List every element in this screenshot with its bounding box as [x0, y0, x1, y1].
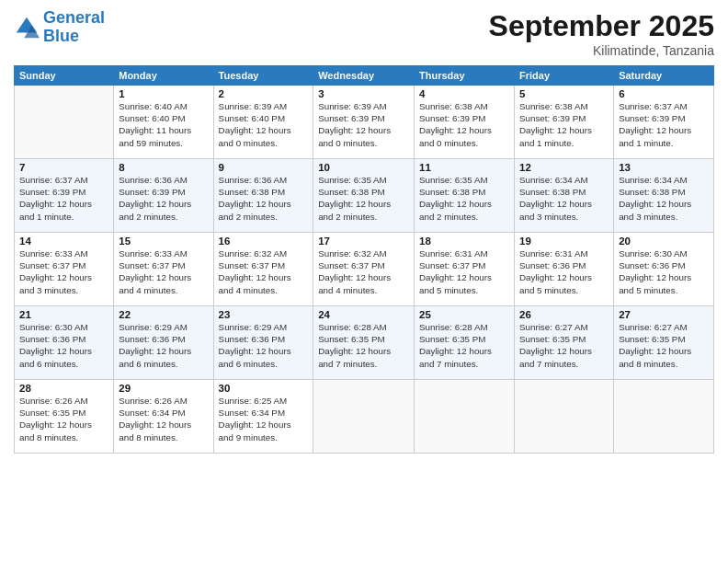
day-number: 21: [19, 309, 108, 320]
calendar-cell: 28Sunrise: 6:26 AM Sunset: 6:35 PM Dayli…: [15, 380, 114, 454]
day-info: Sunrise: 6:32 AM Sunset: 6:37 PM Dayligh…: [318, 247, 409, 296]
calendar-week-row: 7Sunrise: 6:37 AM Sunset: 6:39 PM Daylig…: [15, 159, 714, 233]
day-info: Sunrise: 6:35 AM Sunset: 6:38 PM Dayligh…: [318, 174, 409, 223]
day-info: Sunrise: 6:38 AM Sunset: 6:39 PM Dayligh…: [519, 100, 609, 149]
day-info: Sunrise: 6:25 AM Sunset: 6:34 PM Dayligh…: [219, 395, 309, 443]
day-info: Sunrise: 6:39 AM Sunset: 6:40 PM Dayligh…: [219, 100, 309, 149]
day-number: 22: [119, 309, 208, 320]
weekday-header-wednesday: Wednesday: [313, 66, 415, 86]
day-info: Sunrise: 6:31 AM Sunset: 6:36 PM Dayligh…: [519, 247, 609, 296]
day-number: 19: [519, 236, 609, 247]
day-info: Sunrise: 6:33 AM Sunset: 6:37 PM Dayligh…: [19, 247, 108, 296]
day-info: Sunrise: 6:40 AM Sunset: 6:40 PM Dayligh…: [119, 100, 208, 149]
calendar-cell: 23Sunrise: 6:29 AM Sunset: 6:36 PM Dayli…: [213, 306, 313, 380]
day-number: 7: [19, 162, 108, 173]
calendar-cell: 18Sunrise: 6:31 AM Sunset: 6:37 PM Dayli…: [415, 233, 515, 306]
calendar-week-row: 21Sunrise: 6:30 AM Sunset: 6:36 PM Dayli…: [15, 306, 714, 380]
day-info: Sunrise: 6:31 AM Sunset: 6:37 PM Dayligh…: [419, 247, 509, 296]
weekday-header-monday: Monday: [114, 66, 213, 86]
calendar-cell: 21Sunrise: 6:30 AM Sunset: 6:36 PM Dayli…: [15, 306, 114, 380]
calendar-cell: 5Sunrise: 6:38 AM Sunset: 6:39 PM Daylig…: [515, 86, 614, 159]
day-number: 29: [119, 383, 208, 394]
calendar-cell: 9Sunrise: 6:36 AM Sunset: 6:38 PM Daylig…: [213, 159, 313, 233]
calendar-cell: 27Sunrise: 6:27 AM Sunset: 6:35 PM Dayli…: [614, 306, 714, 380]
day-info: Sunrise: 6:30 AM Sunset: 6:36 PM Dayligh…: [19, 321, 108, 370]
calendar-cell: 16Sunrise: 6:32 AM Sunset: 6:37 PM Dayli…: [213, 233, 313, 306]
weekday-header-thursday: Thursday: [415, 66, 515, 86]
day-number: 28: [19, 383, 108, 394]
weekday-header-saturday: Saturday: [614, 66, 714, 86]
calendar-cell: 2Sunrise: 6:39 AM Sunset: 6:40 PM Daylig…: [213, 86, 313, 159]
day-number: 17: [318, 236, 409, 247]
calendar-cell: 3Sunrise: 6:39 AM Sunset: 6:39 PM Daylig…: [313, 86, 415, 159]
calendar-week-row: 28Sunrise: 6:26 AM Sunset: 6:35 PM Dayli…: [15, 380, 714, 454]
page: General Blue September 2025 Kilimatinde,…: [0, 0, 728, 563]
weekday-header-friday: Friday: [515, 66, 614, 86]
calendar-cell: 24Sunrise: 6:28 AM Sunset: 6:35 PM Dayli…: [313, 306, 415, 380]
calendar-cell: 12Sunrise: 6:34 AM Sunset: 6:38 PM Dayli…: [515, 159, 614, 233]
calendar-cell: [15, 86, 114, 159]
title-block: September 2025 Kilimatinde, Tanzania: [489, 9, 714, 58]
calendar-table: SundayMondayTuesdayWednesdayThursdayFrid…: [14, 65, 714, 454]
calendar-cell: 20Sunrise: 6:30 AM Sunset: 6:36 PM Dayli…: [614, 233, 714, 306]
logo-blue: Blue: [43, 27, 79, 45]
day-number: 24: [318, 309, 409, 320]
weekday-header-row: SundayMondayTuesdayWednesdayThursdayFrid…: [15, 66, 714, 86]
calendar-cell: 7Sunrise: 6:37 AM Sunset: 6:39 PM Daylig…: [15, 159, 114, 233]
day-number: 13: [619, 162, 709, 173]
logo-general: General: [43, 8, 105, 27]
calendar-cell: 4Sunrise: 6:38 AM Sunset: 6:39 PM Daylig…: [415, 86, 515, 159]
day-number: 9: [219, 162, 309, 173]
day-number: 10: [318, 162, 409, 173]
calendar-cell: 1Sunrise: 6:40 AM Sunset: 6:40 PM Daylig…: [114, 86, 213, 159]
calendar-cell: 14Sunrise: 6:33 AM Sunset: 6:37 PM Dayli…: [15, 233, 114, 306]
weekday-header-sunday: Sunday: [15, 66, 114, 86]
calendar-cell: 11Sunrise: 6:35 AM Sunset: 6:38 PM Dayli…: [415, 159, 515, 233]
day-number: 23: [219, 309, 309, 320]
day-number: 15: [119, 236, 208, 247]
day-number: 8: [119, 162, 208, 173]
day-info: Sunrise: 6:32 AM Sunset: 6:37 PM Dayligh…: [219, 247, 309, 296]
day-number: 26: [519, 309, 609, 320]
header: General Blue September 2025 Kilimatinde,…: [14, 9, 714, 58]
calendar-cell: 15Sunrise: 6:33 AM Sunset: 6:37 PM Dayli…: [114, 233, 213, 306]
day-number: 27: [619, 309, 709, 320]
day-info: Sunrise: 6:28 AM Sunset: 6:35 PM Dayligh…: [318, 321, 409, 370]
day-info: Sunrise: 6:26 AM Sunset: 6:34 PM Dayligh…: [119, 395, 208, 443]
calendar-cell: 29Sunrise: 6:26 AM Sunset: 6:34 PM Dayli…: [114, 380, 213, 454]
weekday-header-tuesday: Tuesday: [213, 66, 313, 86]
day-number: 25: [419, 309, 509, 320]
day-info: Sunrise: 6:37 AM Sunset: 6:39 PM Dayligh…: [619, 100, 709, 149]
day-info: Sunrise: 6:35 AM Sunset: 6:38 PM Dayligh…: [419, 174, 509, 223]
calendar-cell: [515, 380, 614, 454]
day-info: Sunrise: 6:27 AM Sunset: 6:35 PM Dayligh…: [519, 321, 609, 370]
calendar-cell: 30Sunrise: 6:25 AM Sunset: 6:34 PM Dayli…: [213, 380, 313, 454]
calendar-cell: 6Sunrise: 6:37 AM Sunset: 6:39 PM Daylig…: [614, 86, 714, 159]
day-number: 4: [419, 88, 509, 99]
calendar-cell: [415, 380, 515, 454]
day-number: 12: [519, 162, 609, 173]
day-number: 3: [318, 88, 409, 99]
day-info: Sunrise: 6:36 AM Sunset: 6:39 PM Dayligh…: [119, 174, 208, 223]
day-info: Sunrise: 6:34 AM Sunset: 6:38 PM Dayligh…: [519, 174, 609, 223]
month-title: September 2025: [489, 9, 714, 43]
day-info: Sunrise: 6:39 AM Sunset: 6:39 PM Dayligh…: [318, 100, 409, 149]
day-info: Sunrise: 6:38 AM Sunset: 6:39 PM Dayligh…: [419, 100, 509, 149]
day-number: 5: [519, 88, 609, 99]
day-number: 30: [219, 383, 309, 394]
calendar-week-row: 1Sunrise: 6:40 AM Sunset: 6:40 PM Daylig…: [15, 86, 714, 159]
day-number: 6: [619, 88, 709, 99]
logo-text: General Blue: [43, 9, 105, 46]
day-number: 16: [219, 236, 309, 247]
day-info: Sunrise: 6:33 AM Sunset: 6:37 PM Dayligh…: [119, 247, 208, 296]
day-number: 11: [419, 162, 509, 173]
day-info: Sunrise: 6:29 AM Sunset: 6:36 PM Dayligh…: [219, 321, 309, 370]
calendar-cell: [313, 380, 415, 454]
day-number: 20: [619, 236, 709, 247]
calendar-cell: 19Sunrise: 6:31 AM Sunset: 6:36 PM Dayli…: [515, 233, 614, 306]
calendar-week-row: 14Sunrise: 6:33 AM Sunset: 6:37 PM Dayli…: [15, 233, 714, 306]
day-number: 14: [19, 236, 108, 247]
calendar-cell: 13Sunrise: 6:34 AM Sunset: 6:38 PM Dayli…: [614, 159, 714, 233]
day-info: Sunrise: 6:30 AM Sunset: 6:36 PM Dayligh…: [619, 247, 709, 296]
day-number: 2: [219, 88, 309, 99]
